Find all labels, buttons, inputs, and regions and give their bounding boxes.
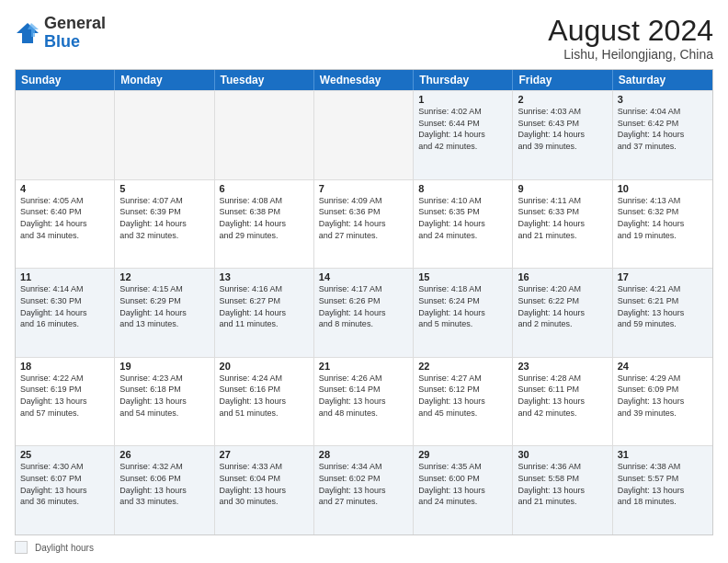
weekday-header-tuesday: Tuesday xyxy=(215,70,314,90)
cal-cell-empty-2 xyxy=(215,91,314,179)
legend-box xyxy=(15,541,28,554)
cal-cell-24: 24Sunrise: 4:29 AM Sunset: 6:09 PM Dayli… xyxy=(613,358,712,446)
day-number: 11 xyxy=(20,271,109,282)
logo-icon xyxy=(15,20,40,46)
cal-cell-29: 29Sunrise: 4:35 AM Sunset: 6:00 PM Dayli… xyxy=(414,446,513,534)
day-number: 30 xyxy=(518,449,607,460)
cell-details: Sunrise: 4:15 AM Sunset: 6:29 PM Dayligh… xyxy=(119,283,209,329)
cell-details: Sunrise: 4:08 AM Sunset: 6:38 PM Dayligh… xyxy=(220,195,309,241)
logo-general-text: General xyxy=(44,14,106,32)
cell-details: Sunrise: 4:05 AM Sunset: 6:40 PM Dayligh… xyxy=(20,195,109,241)
day-number: 14 xyxy=(319,271,408,282)
cal-cell-4: 4Sunrise: 4:05 AM Sunset: 6:40 PM Daylig… xyxy=(16,180,115,269)
cal-cell-10: 10Sunrise: 4:13 AM Sunset: 6:32 PM Dayli… xyxy=(613,180,712,269)
day-number: 31 xyxy=(618,449,708,460)
calendar: SundayMondayTuesdayWednesdayThursdayFrid… xyxy=(15,69,713,535)
cal-cell-2: 2Sunrise: 4:03 AM Sunset: 6:43 PM Daylig… xyxy=(513,91,612,179)
day-number: 27 xyxy=(220,449,309,460)
cal-cell-3: 3Sunrise: 4:04 AM Sunset: 6:42 PM Daylig… xyxy=(613,91,712,179)
day-number: 26 xyxy=(119,449,209,460)
calendar-row-2: 11Sunrise: 4:14 AM Sunset: 6:30 PM Dayli… xyxy=(16,268,712,357)
header: General Blue August 2024 Lishu, Heilongj… xyxy=(15,15,713,62)
weekday-header-sunday: Sunday xyxy=(16,70,115,90)
day-number: 15 xyxy=(418,271,507,282)
day-number: 6 xyxy=(220,183,309,194)
cell-details: Sunrise: 4:28 AM Sunset: 6:11 PM Dayligh… xyxy=(518,373,607,419)
page: General Blue August 2024 Lishu, Heilongj… xyxy=(0,0,728,563)
cell-details: Sunrise: 4:35 AM Sunset: 6:00 PM Dayligh… xyxy=(418,461,507,507)
day-number: 16 xyxy=(518,271,607,282)
cell-details: Sunrise: 4:09 AM Sunset: 6:36 PM Dayligh… xyxy=(319,195,408,241)
cal-cell-23: 23Sunrise: 4:28 AM Sunset: 6:11 PM Dayli… xyxy=(513,358,612,446)
logo-text: General Blue xyxy=(44,15,106,52)
cal-cell-19: 19Sunrise: 4:23 AM Sunset: 6:18 PM Dayli… xyxy=(115,358,214,446)
day-number: 17 xyxy=(618,271,708,282)
cal-cell-8: 8Sunrise: 4:10 AM Sunset: 6:35 PM Daylig… xyxy=(414,180,513,269)
legend: Daylight hours xyxy=(15,541,713,554)
cal-cell-25: 25Sunrise: 4:30 AM Sunset: 6:07 PM Dayli… xyxy=(16,446,115,534)
title-block: August 2024 Lishu, Heilongjiang, China xyxy=(548,15,713,62)
cell-details: Sunrise: 4:13 AM Sunset: 6:32 PM Dayligh… xyxy=(618,195,708,241)
cell-details: Sunrise: 4:36 AM Sunset: 5:58 PM Dayligh… xyxy=(518,461,607,507)
cal-cell-5: 5Sunrise: 4:07 AM Sunset: 6:39 PM Daylig… xyxy=(115,180,214,269)
weekday-header-friday: Friday xyxy=(513,70,612,90)
day-number: 21 xyxy=(319,361,408,372)
cell-details: Sunrise: 4:07 AM Sunset: 6:39 PM Dayligh… xyxy=(119,195,209,241)
day-number: 10 xyxy=(618,183,708,194)
cell-details: Sunrise: 4:27 AM Sunset: 6:12 PM Dayligh… xyxy=(418,373,507,419)
cal-cell-9: 9Sunrise: 4:11 AM Sunset: 6:33 PM Daylig… xyxy=(513,180,612,269)
cell-details: Sunrise: 4:21 AM Sunset: 6:21 PM Dayligh… xyxy=(618,283,708,329)
calendar-row-0: 1Sunrise: 4:02 AM Sunset: 6:44 PM Daylig… xyxy=(16,90,712,179)
day-number: 4 xyxy=(20,183,109,194)
cal-cell-17: 17Sunrise: 4:21 AM Sunset: 6:21 PM Dayli… xyxy=(613,269,712,357)
weekday-header-saturday: Saturday xyxy=(613,70,712,90)
day-number: 8 xyxy=(418,183,507,194)
cal-cell-31: 31Sunrise: 4:38 AM Sunset: 5:57 PM Dayli… xyxy=(613,446,712,534)
day-number: 2 xyxy=(518,94,607,105)
svg-marker-0 xyxy=(17,23,39,43)
cal-cell-6: 6Sunrise: 4:08 AM Sunset: 6:38 PM Daylig… xyxy=(215,180,314,269)
logo: General Blue xyxy=(15,15,106,52)
calendar-header: SundayMondayTuesdayWednesdayThursdayFrid… xyxy=(16,70,712,90)
day-number: 22 xyxy=(418,361,507,372)
cal-cell-20: 20Sunrise: 4:24 AM Sunset: 6:16 PM Dayli… xyxy=(215,358,314,446)
cal-cell-22: 22Sunrise: 4:27 AM Sunset: 6:12 PM Dayli… xyxy=(414,358,513,446)
calendar-body: 1Sunrise: 4:02 AM Sunset: 6:44 PM Daylig… xyxy=(16,90,712,534)
day-number: 25 xyxy=(20,449,109,460)
calendar-row-4: 25Sunrise: 4:30 AM Sunset: 6:07 PM Dayli… xyxy=(16,445,712,534)
cal-cell-28: 28Sunrise: 4:34 AM Sunset: 6:02 PM Dayli… xyxy=(314,446,414,534)
day-number: 12 xyxy=(119,271,209,282)
cal-cell-16: 16Sunrise: 4:20 AM Sunset: 6:22 PM Dayli… xyxy=(513,269,612,357)
cell-details: Sunrise: 4:33 AM Sunset: 6:04 PM Dayligh… xyxy=(220,461,309,507)
cell-details: Sunrise: 4:34 AM Sunset: 6:02 PM Dayligh… xyxy=(319,461,408,507)
cal-cell-13: 13Sunrise: 4:16 AM Sunset: 6:27 PM Dayli… xyxy=(215,269,314,357)
cal-cell-14: 14Sunrise: 4:17 AM Sunset: 6:26 PM Dayli… xyxy=(314,269,414,357)
cal-cell-12: 12Sunrise: 4:15 AM Sunset: 6:29 PM Dayli… xyxy=(115,269,214,357)
weekday-header-monday: Monday xyxy=(115,70,214,90)
cal-cell-27: 27Sunrise: 4:33 AM Sunset: 6:04 PM Dayli… xyxy=(215,446,314,534)
cell-details: Sunrise: 4:23 AM Sunset: 6:18 PM Dayligh… xyxy=(119,373,209,419)
cal-cell-empty-1 xyxy=(115,91,214,179)
cell-details: Sunrise: 4:26 AM Sunset: 6:14 PM Dayligh… xyxy=(319,373,408,419)
cell-details: Sunrise: 4:30 AM Sunset: 6:07 PM Dayligh… xyxy=(20,461,109,507)
cal-cell-18: 18Sunrise: 4:22 AM Sunset: 6:19 PM Dayli… xyxy=(16,358,115,446)
cal-cell-15: 15Sunrise: 4:18 AM Sunset: 6:24 PM Dayli… xyxy=(414,269,513,357)
weekday-header-wednesday: Wednesday xyxy=(314,70,414,90)
cell-details: Sunrise: 4:14 AM Sunset: 6:30 PM Dayligh… xyxy=(20,283,109,329)
cal-cell-1: 1Sunrise: 4:02 AM Sunset: 6:44 PM Daylig… xyxy=(414,91,513,179)
cell-details: Sunrise: 4:22 AM Sunset: 6:19 PM Dayligh… xyxy=(20,373,109,419)
cal-cell-11: 11Sunrise: 4:14 AM Sunset: 6:30 PM Dayli… xyxy=(16,269,115,357)
cell-details: Sunrise: 4:02 AM Sunset: 6:44 PM Dayligh… xyxy=(418,106,507,152)
day-number: 28 xyxy=(319,449,408,460)
day-number: 18 xyxy=(20,361,109,372)
cell-details: Sunrise: 4:38 AM Sunset: 5:57 PM Dayligh… xyxy=(618,461,708,507)
cal-cell-26: 26Sunrise: 4:32 AM Sunset: 6:06 PM Dayli… xyxy=(115,446,214,534)
day-number: 19 xyxy=(119,361,209,372)
day-number: 3 xyxy=(618,94,708,105)
cell-details: Sunrise: 4:24 AM Sunset: 6:16 PM Dayligh… xyxy=(220,373,309,419)
cal-cell-21: 21Sunrise: 4:26 AM Sunset: 6:14 PM Dayli… xyxy=(314,358,414,446)
day-number: 7 xyxy=(319,183,408,194)
day-number: 29 xyxy=(418,449,507,460)
logo-blue-text: Blue xyxy=(44,32,80,51)
cell-details: Sunrise: 4:04 AM Sunset: 6:42 PM Dayligh… xyxy=(618,106,708,152)
